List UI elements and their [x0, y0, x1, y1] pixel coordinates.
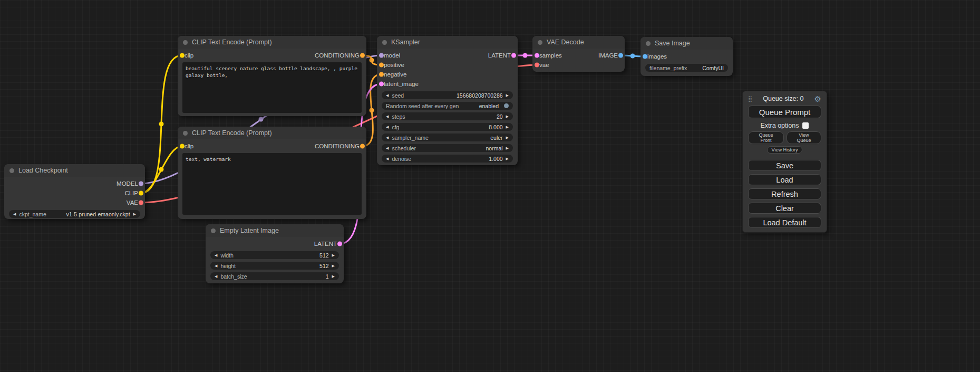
- queue-prompt-button[interactable]: Queue Prompt: [748, 106, 821, 118]
- vae-output-port[interactable]: [139, 201, 143, 205]
- load-default-button[interactable]: Load Default: [748, 217, 821, 228]
- model-output-port[interactable]: [139, 182, 143, 186]
- load-button[interactable]: Load: [748, 174, 821, 185]
- clip-output-port[interactable]: [139, 191, 143, 196]
- node-title-bar[interactable]: CLIP Text Encode (Prompt): [178, 127, 366, 139]
- widget-height[interactable]: ◀ height 512 ▶: [210, 262, 339, 270]
- left-arrow-icon[interactable]: ◀: [386, 146, 389, 150]
- left-arrow-icon[interactable]: ◀: [386, 125, 389, 129]
- node-title-bar[interactable]: VAE Decode: [532, 36, 625, 49]
- right-arrow-icon[interactable]: ▶: [332, 264, 335, 268]
- collapse-dot[interactable]: [646, 41, 651, 46]
- collapse-dot[interactable]: [382, 40, 387, 45]
- node-title: CLIP Text Encode (Prompt): [192, 129, 272, 137]
- extra-options-row: Extra options: [748, 122, 821, 129]
- latent-output-port[interactable]: [337, 242, 342, 246]
- node-empty-latent-image[interactable]: Empty Latent Image LATENT ◀ width 512 ▶ …: [206, 224, 344, 283]
- right-arrow-icon[interactable]: ▶: [506, 136, 509, 139]
- conditioning-output-port[interactable]: [360, 53, 365, 58]
- left-arrow-icon[interactable]: ◀: [386, 157, 389, 160]
- clip-input-port[interactable]: [180, 144, 185, 149]
- collapse-dot[interactable]: [183, 131, 188, 136]
- node-graph-canvas[interactable]: Load Checkpoint MODEL CLIP VAE ◀ ckpt_na…: [0, 0, 980, 372]
- left-arrow-icon[interactable]: ◀: [386, 136, 389, 139]
- node-clip-text-encode-positive[interactable]: CLIP Text Encode (Prompt) clip CONDITION…: [178, 36, 366, 116]
- conditioning-output-port[interactable]: [360, 144, 365, 149]
- node-vae-decode[interactable]: VAE Decode samples IMAGE vae: [532, 36, 625, 72]
- left-arrow-icon[interactable]: ◀: [215, 274, 217, 278]
- latent-output-port[interactable]: [511, 53, 516, 58]
- node-title-bar[interactable]: KSampler: [377, 36, 518, 49]
- right-arrow-icon[interactable]: ▶: [332, 274, 335, 278]
- left-arrow-icon[interactable]: ◀: [215, 253, 217, 257]
- vae-input-port[interactable]: [535, 63, 539, 68]
- collapse-dot[interactable]: [538, 40, 542, 45]
- node-title-bar[interactable]: Empty Latent Image: [206, 224, 344, 237]
- settings-gear-icon[interactable]: ⚙: [814, 95, 821, 103]
- slot-row: samples IMAGE: [532, 51, 625, 60]
- queue-front-button[interactable]: Queue Front: [748, 131, 784, 144]
- slot-row: model LATENT: [377, 51, 518, 60]
- extra-options-checkbox[interactable]: [802, 122, 809, 129]
- widget-value: 1: [326, 273, 329, 280]
- node-load-checkpoint[interactable]: Load Checkpoint MODEL CLIP VAE ◀ ckpt_na…: [4, 164, 145, 219]
- drag-handle-icon[interactable]: ⣿: [748, 96, 752, 102]
- node-title: KSampler: [391, 39, 420, 46]
- left-arrow-icon[interactable]: ◀: [13, 212, 16, 216]
- node-title-bar[interactable]: Save Image: [641, 37, 733, 50]
- right-arrow-icon[interactable]: ▶: [133, 212, 136, 216]
- widget-seed[interactable]: ◀ seed 156680208700286 ▶: [382, 91, 513, 99]
- node-save-image[interactable]: Save Image images filename_prefix ComfyU…: [641, 37, 733, 76]
- widget-filename-prefix[interactable]: filename_prefix ComfyUI: [645, 64, 728, 72]
- input-slot-vae: vae: [532, 60, 625, 70]
- output-slot-latent: LATENT: [206, 239, 344, 249]
- view-queue-button[interactable]: View Queue: [787, 131, 821, 144]
- widget-denoise[interactable]: ◀ denoise 1.000 ▶: [382, 155, 513, 163]
- widget-batch-size[interactable]: ◀ batch_size 1 ▶: [210, 272, 339, 280]
- collapse-dot[interactable]: [183, 40, 188, 45]
- right-arrow-icon[interactable]: ▶: [332, 253, 335, 257]
- right-arrow-icon[interactable]: ▶: [506, 93, 509, 97]
- negative-input-port[interactable]: [379, 72, 384, 77]
- right-arrow-icon[interactable]: ▶: [506, 125, 509, 129]
- save-button[interactable]: Save: [748, 160, 821, 171]
- node-ksampler[interactable]: KSampler model LATENT positive negative …: [377, 36, 518, 165]
- positive-input-port[interactable]: [379, 63, 384, 68]
- node-title-bar[interactable]: CLIP Text Encode (Prompt): [178, 36, 366, 49]
- right-arrow-icon[interactable]: ▶: [506, 157, 509, 160]
- negative-prompt-textarea[interactable]: text, watermark: [182, 153, 362, 215]
- widget-random-seed-toggle[interactable]: Random seed after every gen enabled: [382, 102, 513, 110]
- right-arrow-icon[interactable]: ▶: [506, 115, 509, 118]
- view-history-button[interactable]: View History: [767, 146, 803, 154]
- widget-scheduler[interactable]: ◀ scheduler normal ▶: [382, 144, 513, 152]
- refresh-button[interactable]: Refresh: [748, 188, 821, 199]
- left-arrow-icon[interactable]: ◀: [215, 264, 217, 268]
- left-arrow-icon[interactable]: ◀: [386, 93, 389, 97]
- image-output-port[interactable]: [618, 53, 623, 58]
- widget-sampler-name[interactable]: ◀ sampler_name euler ▶: [382, 133, 513, 141]
- images-input-port[interactable]: [643, 54, 647, 59]
- node-clip-text-encode-negative[interactable]: CLIP Text Encode (Prompt) clip CONDITION…: [178, 127, 366, 219]
- view-history-row: View History: [748, 146, 821, 154]
- widget-steps[interactable]: ◀ steps 20 ▶: [382, 112, 513, 120]
- slot-label: LATENT: [314, 241, 337, 247]
- left-arrow-icon[interactable]: ◀: [386, 115, 389, 118]
- latent-image-input-port[interactable]: [379, 82, 384, 87]
- samples-input-port[interactable]: [535, 53, 539, 58]
- queue-size-label: Queue size: 0: [752, 95, 814, 102]
- clip-input-port[interactable]: [180, 53, 185, 58]
- node-title-bar[interactable]: Load Checkpoint: [4, 164, 145, 177]
- widget-ckpt-name[interactable]: ◀ ckpt_name v1-5-pruned-emaonly.ckpt ▶: [9, 210, 140, 218]
- widget-width[interactable]: ◀ width 512 ▶: [210, 251, 339, 259]
- collapse-dot[interactable]: [211, 228, 216, 233]
- widget-name: denoise: [392, 156, 411, 162]
- widget-cfg[interactable]: ◀ cfg 8.000 ▶: [382, 123, 513, 131]
- clear-button[interactable]: Clear: [748, 203, 821, 214]
- right-arrow-icon[interactable]: ▶: [506, 146, 509, 150]
- node-title: VAE Decode: [547, 39, 584, 46]
- collapse-dot[interactable]: [9, 168, 14, 173]
- model-input-port[interactable]: [379, 53, 384, 58]
- positive-prompt-textarea[interactable]: beautiful scenery nature glass bottle la…: [182, 62, 362, 113]
- link-midpoint-dot: [523, 53, 528, 58]
- toggle-dot-icon[interactable]: [504, 103, 509, 108]
